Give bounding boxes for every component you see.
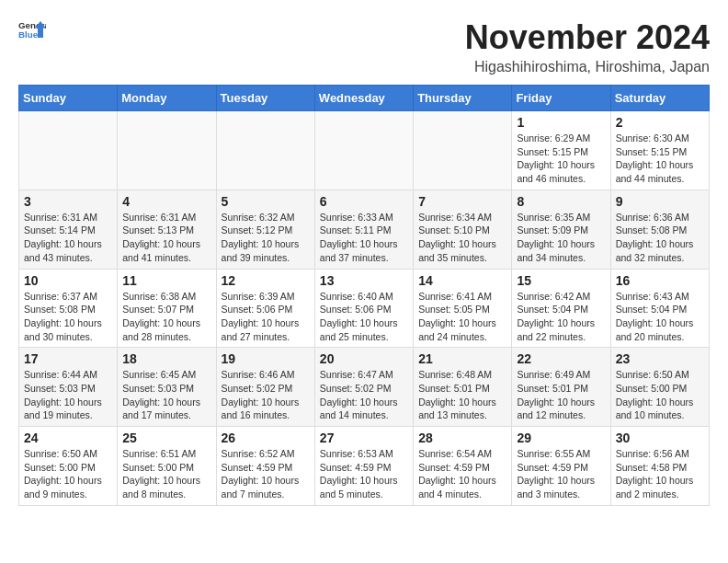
weekday-header-sunday: Sunday bbox=[19, 86, 118, 111]
calendar-cell: 26Sunrise: 6:52 AM Sunset: 4:59 PM Dayli… bbox=[216, 427, 314, 506]
calendar-cell: 12Sunrise: 6:39 AM Sunset: 5:06 PM Dayli… bbox=[216, 269, 314, 348]
day-info: Sunrise: 6:31 AM Sunset: 5:14 PM Dayligh… bbox=[24, 211, 112, 265]
location-title: Higashihiroshima, Hiroshima, Japan bbox=[465, 59, 710, 75]
day-info: Sunrise: 6:47 AM Sunset: 5:02 PM Dayligh… bbox=[320, 368, 408, 422]
day-number: 2 bbox=[616, 115, 704, 130]
day-number: 4 bbox=[122, 194, 210, 209]
calendar-cell: 7Sunrise: 6:34 AM Sunset: 5:10 PM Daylig… bbox=[414, 190, 512, 269]
day-number: 21 bbox=[418, 351, 506, 366]
calendar-cell: 19Sunrise: 6:46 AM Sunset: 5:02 PM Dayli… bbox=[216, 348, 314, 427]
calendar-cell: 28Sunrise: 6:54 AM Sunset: 4:59 PM Dayli… bbox=[414, 427, 512, 506]
day-number: 24 bbox=[24, 431, 112, 445]
day-info: Sunrise: 6:34 AM Sunset: 5:10 PM Dayligh… bbox=[418, 211, 506, 265]
day-info: Sunrise: 6:50 AM Sunset: 5:00 PM Dayligh… bbox=[616, 368, 704, 422]
day-info: Sunrise: 6:45 AM Sunset: 5:03 PM Dayligh… bbox=[122, 368, 210, 422]
day-info: Sunrise: 6:31 AM Sunset: 5:13 PM Dayligh… bbox=[122, 211, 210, 265]
day-number: 14 bbox=[418, 273, 506, 288]
day-number: 15 bbox=[517, 273, 605, 288]
day-info: Sunrise: 6:52 AM Sunset: 4:59 PM Dayligh… bbox=[222, 447, 310, 501]
day-number: 28 bbox=[418, 431, 506, 445]
day-number: 26 bbox=[222, 431, 310, 445]
calendar-cell: 29Sunrise: 6:55 AM Sunset: 4:59 PM Dayli… bbox=[512, 427, 610, 506]
day-number: 16 bbox=[616, 273, 704, 288]
calendar-cell: 17Sunrise: 6:44 AM Sunset: 5:03 PM Dayli… bbox=[19, 348, 118, 427]
day-number: 30 bbox=[616, 431, 704, 445]
calendar-cell bbox=[314, 111, 413, 190]
day-info: Sunrise: 6:48 AM Sunset: 5:01 PM Dayligh… bbox=[418, 368, 506, 422]
day-info: Sunrise: 6:29 AM Sunset: 5:15 PM Dayligh… bbox=[517, 132, 605, 186]
day-number: 3 bbox=[24, 194, 112, 209]
calendar-cell: 4Sunrise: 6:31 AM Sunset: 5:13 PM Daylig… bbox=[118, 190, 216, 269]
weekday-header-row: SundayMondayTuesdayWednesdayThursdayFrid… bbox=[19, 86, 710, 111]
calendar-cell: 14Sunrise: 6:41 AM Sunset: 5:05 PM Dayli… bbox=[414, 269, 512, 348]
day-number: 8 bbox=[517, 194, 605, 209]
calendar-cell: 18Sunrise: 6:45 AM Sunset: 5:03 PM Dayli… bbox=[118, 348, 216, 427]
day-info: Sunrise: 6:36 AM Sunset: 5:08 PM Dayligh… bbox=[616, 211, 704, 265]
calendar-cell: 8Sunrise: 6:35 AM Sunset: 5:09 PM Daylig… bbox=[512, 190, 610, 269]
calendar-week-row: 1Sunrise: 6:29 AM Sunset: 5:15 PM Daylig… bbox=[19, 111, 710, 190]
day-number: 13 bbox=[320, 273, 408, 288]
calendar-week-row: 3Sunrise: 6:31 AM Sunset: 5:14 PM Daylig… bbox=[19, 190, 710, 269]
day-number: 11 bbox=[122, 273, 210, 288]
month-title: November 2024 bbox=[465, 18, 710, 57]
weekday-header-tuesday: Tuesday bbox=[216, 86, 314, 111]
calendar-cell: 24Sunrise: 6:50 AM Sunset: 5:00 PM Dayli… bbox=[19, 427, 118, 506]
day-number: 17 bbox=[24, 351, 112, 366]
calendar-cell: 9Sunrise: 6:36 AM Sunset: 5:08 PM Daylig… bbox=[610, 190, 709, 269]
logo-icon: General Blue bbox=[18, 18, 46, 40]
day-info: Sunrise: 6:38 AM Sunset: 5:07 PM Dayligh… bbox=[122, 290, 210, 344]
day-info: Sunrise: 6:43 AM Sunset: 5:04 PM Dayligh… bbox=[616, 290, 704, 344]
calendar-cell: 21Sunrise: 6:48 AM Sunset: 5:01 PM Dayli… bbox=[414, 348, 512, 427]
day-info: Sunrise: 6:44 AM Sunset: 5:03 PM Dayligh… bbox=[24, 368, 112, 422]
day-info: Sunrise: 6:56 AM Sunset: 4:58 PM Dayligh… bbox=[616, 447, 704, 501]
day-number: 5 bbox=[222, 194, 310, 209]
day-info: Sunrise: 6:42 AM Sunset: 5:04 PM Dayligh… bbox=[517, 290, 605, 344]
calendar-cell: 2Sunrise: 6:30 AM Sunset: 5:15 PM Daylig… bbox=[610, 111, 709, 190]
day-number: 7 bbox=[418, 194, 506, 209]
day-info: Sunrise: 6:39 AM Sunset: 5:06 PM Dayligh… bbox=[222, 290, 310, 344]
weekday-header-friday: Friday bbox=[512, 86, 610, 111]
calendar-cell: 6Sunrise: 6:33 AM Sunset: 5:11 PM Daylig… bbox=[314, 190, 413, 269]
day-info: Sunrise: 6:40 AM Sunset: 5:06 PM Dayligh… bbox=[320, 290, 408, 344]
day-number: 22 bbox=[517, 351, 605, 366]
weekday-header-wednesday: Wednesday bbox=[314, 86, 413, 111]
day-number: 18 bbox=[122, 351, 210, 366]
calendar-cell: 22Sunrise: 6:49 AM Sunset: 5:01 PM Dayli… bbox=[512, 348, 610, 427]
calendar-cell: 27Sunrise: 6:53 AM Sunset: 4:59 PM Dayli… bbox=[314, 427, 413, 506]
day-number: 12 bbox=[222, 273, 310, 288]
calendar-cell: 5Sunrise: 6:32 AM Sunset: 5:12 PM Daylig… bbox=[216, 190, 314, 269]
day-number: 29 bbox=[517, 431, 605, 445]
calendar-cell bbox=[19, 111, 118, 190]
logo: General Blue bbox=[18, 18, 46, 40]
day-info: Sunrise: 6:33 AM Sunset: 5:11 PM Dayligh… bbox=[320, 211, 408, 265]
calendar-cell: 20Sunrise: 6:47 AM Sunset: 5:02 PM Dayli… bbox=[314, 348, 413, 427]
day-number: 6 bbox=[320, 194, 408, 209]
calendar-cell: 15Sunrise: 6:42 AM Sunset: 5:04 PM Dayli… bbox=[512, 269, 610, 348]
calendar-week-row: 17Sunrise: 6:44 AM Sunset: 5:03 PM Dayli… bbox=[19, 348, 710, 427]
calendar-cell: 30Sunrise: 6:56 AM Sunset: 4:58 PM Dayli… bbox=[610, 427, 709, 506]
day-number: 1 bbox=[517, 115, 605, 130]
calendar-cell: 1Sunrise: 6:29 AM Sunset: 5:15 PM Daylig… bbox=[512, 111, 610, 190]
day-number: 10 bbox=[24, 273, 112, 288]
day-number: 23 bbox=[616, 351, 704, 366]
calendar-week-row: 10Sunrise: 6:37 AM Sunset: 5:08 PM Dayli… bbox=[19, 269, 710, 348]
day-number: 19 bbox=[222, 351, 310, 366]
calendar-cell bbox=[118, 111, 216, 190]
weekday-header-monday: Monday bbox=[118, 86, 216, 111]
calendar-cell: 10Sunrise: 6:37 AM Sunset: 5:08 PM Dayli… bbox=[19, 269, 118, 348]
day-info: Sunrise: 6:32 AM Sunset: 5:12 PM Dayligh… bbox=[222, 211, 310, 265]
calendar-table: SundayMondayTuesdayWednesdayThursdayFrid… bbox=[18, 85, 710, 506]
day-info: Sunrise: 6:46 AM Sunset: 5:02 PM Dayligh… bbox=[222, 368, 310, 422]
calendar-cell bbox=[414, 111, 512, 190]
weekday-header-saturday: Saturday bbox=[610, 86, 709, 111]
calendar-cell: 11Sunrise: 6:38 AM Sunset: 5:07 PM Dayli… bbox=[118, 269, 216, 348]
day-info: Sunrise: 6:50 AM Sunset: 5:00 PM Dayligh… bbox=[24, 447, 112, 501]
day-info: Sunrise: 6:37 AM Sunset: 5:08 PM Dayligh… bbox=[24, 290, 112, 344]
day-info: Sunrise: 6:49 AM Sunset: 5:01 PM Dayligh… bbox=[517, 368, 605, 422]
day-info: Sunrise: 6:55 AM Sunset: 4:59 PM Dayligh… bbox=[517, 447, 605, 501]
header: General Blue November 2024 Higashihirosh… bbox=[18, 18, 710, 75]
day-info: Sunrise: 6:51 AM Sunset: 5:00 PM Dayligh… bbox=[122, 447, 210, 501]
day-info: Sunrise: 6:30 AM Sunset: 5:15 PM Dayligh… bbox=[616, 132, 704, 186]
calendar-cell: 13Sunrise: 6:40 AM Sunset: 5:06 PM Dayli… bbox=[314, 269, 413, 348]
calendar-week-row: 24Sunrise: 6:50 AM Sunset: 5:00 PM Dayli… bbox=[19, 427, 710, 506]
